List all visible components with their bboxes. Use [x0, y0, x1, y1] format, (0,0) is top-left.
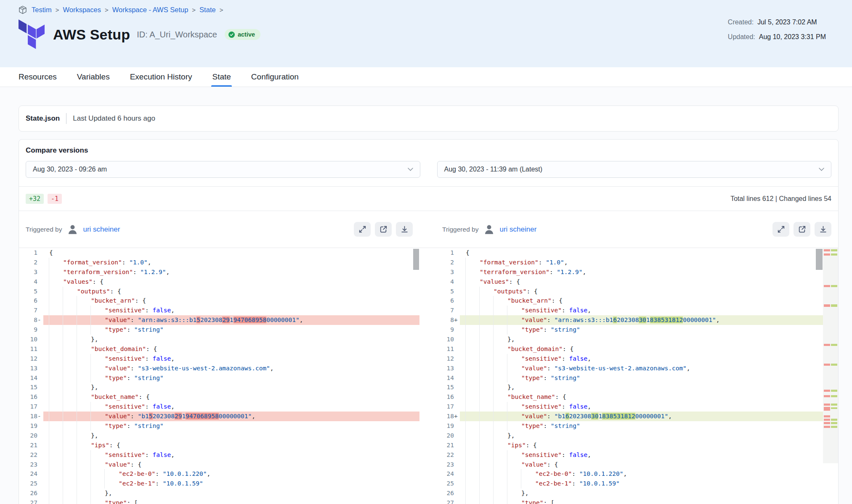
code-line: 12"sensitive": false, [19, 354, 419, 364]
breadcrumb-link[interactable]: State [199, 6, 216, 14]
ruler-mark-added [831, 407, 837, 409]
code-line: 27"type": [ [19, 498, 419, 504]
ruler-mark-removed [824, 422, 830, 424]
ruler-mark-added [831, 426, 837, 428]
code-line: 8-"value": "arn:aws:s3:::b15202308291947… [19, 315, 419, 325]
ruler-mark-removed [824, 415, 830, 417]
code-line: 8+"value": "arn:aws:s3:::b16202308301838… [435, 315, 838, 325]
tab-variables[interactable]: Variables [77, 67, 110, 87]
code-line: 24"ec2-be-0": "10.0.1.220", [19, 469, 419, 479]
panel-header-left: Triggered by uri scheiner [19, 211, 419, 248]
code-line: 10}, [435, 335, 838, 344]
version-select-right-value: Aug 30, 2023 - 11:39 am (Latest) [444, 166, 543, 173]
open-external-button[interactable] [375, 222, 392, 237]
updated-value: Aug 10, 2023 3:31 PM [759, 32, 826, 42]
code-line: 19"type": "string" [19, 421, 419, 431]
diff-stats-row: +32 -1 Total lines 612 | Changed lines 5… [19, 186, 838, 211]
compare-card: Compare versions Aug 30, 2023 - 09:26 am… [19, 139, 839, 504]
breadcrumb-link[interactable]: Workspaces [63, 6, 101, 14]
updated-label: Updated: [728, 32, 755, 42]
code-line: 22"sensitive": false, [19, 450, 419, 460]
code-line: 3"terraform_version": "1.2.9", [19, 267, 419, 277]
code-line: 26}, [435, 488, 838, 498]
ruler-mark-removed [824, 407, 830, 411]
workspace-id: ID: A_Uri_Workspace [137, 30, 217, 40]
tab-resources[interactable]: Resources [19, 67, 57, 87]
code-line: 2"format_version": "1.0", [435, 258, 838, 267]
code-line: 26}, [19, 488, 419, 498]
code-line: 20}, [19, 431, 419, 441]
user-avatar-icon [67, 224, 78, 235]
triggered-by-label: Triggered by [26, 226, 62, 233]
expand-button[interactable] [772, 222, 789, 237]
download-button[interactable] [396, 222, 413, 237]
diff-editors: 1{2"format_version": "1.0",3"terraform_v… [19, 248, 838, 504]
created-value: Jul 5, 2023 7:02 AM [757, 18, 817, 27]
code-panel-left[interactable]: 1{2"format_version": "1.0",3"terraform_v… [19, 248, 419, 504]
deletions-badge: -1 [48, 194, 62, 204]
code-line: 9"type": "string" [435, 325, 838, 335]
tab-configuration[interactable]: Configuration [251, 67, 299, 87]
ruler-mark-added [831, 364, 837, 366]
compare-heading: Compare versions [26, 146, 831, 155]
ruler-mark-removed [824, 304, 830, 307]
code-line: 1{ [19, 248, 419, 258]
code-line: 6"bucket_arn": { [19, 296, 419, 306]
tab-state[interactable]: State [212, 67, 231, 87]
breadcrumb-link[interactable]: Testim [32, 6, 52, 14]
breadcrumb-link[interactable]: Workspace - AWS Setup [112, 6, 188, 14]
expand-icon [358, 225, 366, 233]
download-button[interactable] [815, 222, 831, 237]
code-line: 18+"value": "b16202308301838531812000000… [435, 412, 838, 421]
triggered-by-user-link[interactable]: uri scheiner [83, 225, 120, 234]
file-bar: State.json Last Updated 6 hours ago [19, 106, 839, 132]
code-line: 1{ [435, 248, 838, 258]
code-line: 14"type": "string" [435, 373, 838, 383]
workspace-header: Testim>Workspaces>Workspace - AWS Setup>… [0, 0, 852, 67]
code-line: 15}, [435, 383, 838, 392]
code-lines-left: 1{2"format_version": "1.0",3"terraform_v… [19, 248, 419, 504]
ruler-mark-added [831, 344, 837, 346]
breadcrumb-separator: > [105, 6, 109, 13]
code-line: 5"outputs": { [435, 287, 838, 296]
code-line: 17"sensitive": false, [19, 402, 419, 412]
code-line: 27"type": [ [435, 498, 838, 504]
code-lines-right: 1{2"format_version": "1.0",3"terraform_v… [435, 248, 838, 504]
ruler-mark-removed [824, 364, 830, 366]
ruler-mark-removed [824, 285, 830, 287]
code-line: 15}, [19, 383, 419, 392]
code-line: 13"value": "s3-website-us-west-2.amazona… [19, 364, 419, 373]
package-icon [19, 5, 27, 14]
code-line: 7"sensitive": false, [19, 306, 419, 315]
scrollbar-thumb[interactable] [413, 249, 419, 270]
triggered-by-user-link[interactable]: uri scheiner [499, 225, 536, 234]
expand-button[interactable] [354, 222, 371, 237]
open-external-button[interactable] [794, 222, 810, 237]
divider [66, 113, 66, 124]
version-select-left[interactable]: Aug 30, 2023 - 09:26 am [26, 161, 420, 178]
ruler-mark-removed [824, 419, 830, 421]
ruler-mark-added [831, 419, 837, 421]
breadcrumb-separator: > [220, 6, 223, 13]
page: Testim>Workspaces>Workspace - AWS Setup>… [0, 0, 852, 504]
code-panel-right[interactable]: 1{2"format_version": "1.0",3"terraform_v… [435, 248, 838, 504]
page-title: AWS Setup [53, 26, 130, 43]
version-select-right[interactable]: Aug 30, 2023 - 11:39 am (Latest) [437, 161, 832, 178]
user-avatar-icon [483, 224, 495, 235]
ruler-mark-added [831, 304, 837, 307]
ruler-mark-removed [824, 426, 830, 428]
code-line: 10}, [19, 335, 419, 344]
code-line: 25"ec2-be-1": "10.0.1.59" [19, 479, 419, 488]
ruler-mark-added [831, 404, 837, 406]
scrollbar-thumb[interactable] [816, 249, 823, 270]
breadcrumb-separator: > [192, 6, 196, 13]
status-badge: active [225, 29, 260, 40]
code-line: 9"type": "string" [19, 325, 419, 335]
tab-execution-history[interactable]: Execution History [130, 67, 192, 87]
lines-summary: Total lines 612 | Changed lines 54 [730, 195, 831, 203]
code-line: 4"values": { [19, 277, 419, 287]
code-line: 6"bucket_arn": { [435, 296, 838, 306]
workspace-dates: Created: Jul 5, 2023 7:02 AM Updated: Au… [728, 18, 826, 47]
tab-bar: ResourcesVariablesExecution HistoryState… [0, 67, 852, 87]
code-line: 18-"value": "b15202308291947068958000000… [19, 412, 419, 421]
